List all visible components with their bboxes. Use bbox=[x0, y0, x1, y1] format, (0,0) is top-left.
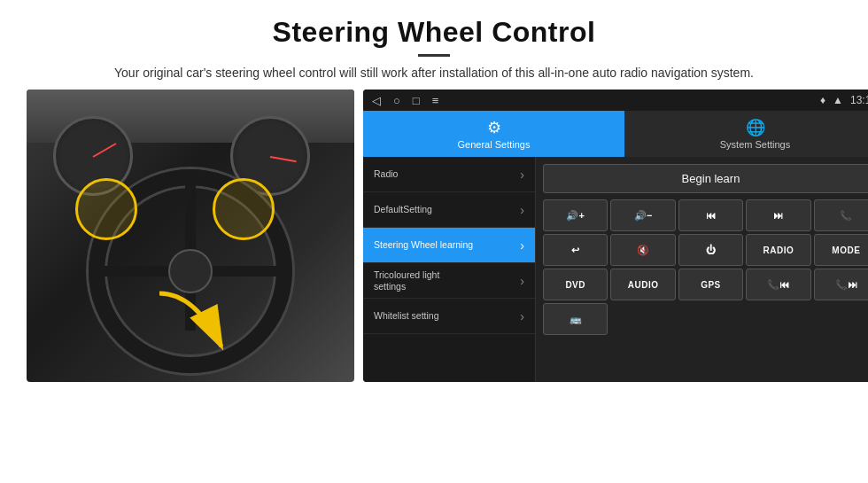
call-prev-button[interactable]: 📞⏮ bbox=[746, 269, 810, 300]
extra-button[interactable]: 🚌 bbox=[543, 303, 608, 335]
settings-tabs: ⚙ General Settings 🌐 System Settings bbox=[363, 111, 868, 157]
nav-back-icon: ◁ bbox=[372, 94, 381, 107]
highlight-circle-right bbox=[213, 178, 275, 240]
menu-arrow-radio: › bbox=[520, 167, 524, 182]
audio-button[interactable]: AUDIO bbox=[610, 269, 675, 300]
menu-item-default-setting[interactable]: DefaultSetting › bbox=[363, 192, 535, 228]
nav-menu-icon: ≡ bbox=[432, 94, 439, 107]
dvd-button[interactable]: DVD bbox=[543, 269, 608, 300]
next-track-icon: ⏭ bbox=[773, 210, 783, 221]
prev-track-button[interactable]: ⏮ bbox=[678, 199, 743, 231]
radio-button[interactable]: RADIO bbox=[746, 234, 810, 266]
status-right: ♦ ▲ 13:13 bbox=[820, 94, 868, 106]
gear-icon: ⚙ bbox=[487, 118, 501, 137]
extra-icon: 🚌 bbox=[570, 314, 582, 325]
menu-arrow-tricoloured: › bbox=[520, 274, 524, 288]
gauge-needle-right bbox=[270, 156, 297, 162]
radio-label: RADIO bbox=[763, 245, 794, 255]
menu-arrow-default: › bbox=[520, 203, 524, 217]
menu-item-whitelist[interactable]: Whitelist setting › bbox=[363, 299, 535, 334]
menu-item-whitelist-label: Whitelist setting bbox=[374, 310, 439, 322]
steering-wheel-background bbox=[27, 90, 354, 382]
button-grid-row1: 🔊+ 🔊− ⏮ ⏭ 📞 bbox=[543, 199, 868, 231]
nav-icons: ◁ ○ □ ≡ bbox=[372, 94, 438, 107]
steering-wheel-image bbox=[27, 90, 354, 382]
highlight-circle-left bbox=[75, 178, 137, 240]
power-button[interactable]: ⏻ bbox=[678, 234, 743, 266]
menu-item-radio[interactable]: Radio › bbox=[363, 157, 535, 192]
menu-item-tricoloured-label: Tricoloured lightsettings bbox=[374, 269, 439, 292]
header-description: Your original car's steering wheel contr… bbox=[53, 64, 815, 82]
call-next-button[interactable]: 📞⏭ bbox=[814, 269, 868, 300]
wifi-icon: ▲ bbox=[833, 94, 843, 106]
page-header: Steering Wheel Control Your original car… bbox=[0, 0, 868, 90]
arrow-indicator bbox=[151, 284, 239, 355]
main-content: ◁ ○ □ ≡ ♦ ▲ 13:13 ⚙ General Settings 🌐 S… bbox=[0, 90, 868, 382]
gauge-needle-left bbox=[93, 143, 117, 158]
tab-general-label: General Settings bbox=[458, 139, 531, 150]
status-bar: ◁ ○ □ ≡ ♦ ▲ 13:13 bbox=[363, 90, 868, 111]
vol-down-icon: 🔊− bbox=[634, 210, 652, 222]
call-prev-icon: 📞⏮ bbox=[767, 279, 789, 291]
vol-up-button[interactable]: 🔊+ bbox=[543, 199, 608, 231]
vol-up-icon: 🔊+ bbox=[566, 210, 584, 222]
menu-item-steering-label: Steering Wheel learning bbox=[374, 239, 473, 251]
call-icon: 📞 bbox=[840, 210, 852, 222]
prev-track-icon: ⏮ bbox=[706, 210, 716, 221]
call-answer-button[interactable]: 📞 bbox=[814, 199, 868, 231]
control-panel: Begin learn 🔊+ 🔊− ⏮ ⏭ bbox=[536, 157, 868, 382]
button-grid-row2: ↩ 🔇 ⏻ RADIO MODE bbox=[543, 234, 868, 266]
location-icon: ♦ bbox=[820, 94, 825, 106]
system-icon: 🌐 bbox=[746, 118, 765, 137]
button-grid-row3: DVD AUDIO GPS 📞⏮ 📞⏭ bbox=[543, 269, 868, 300]
settings-content: Radio › DefaultSetting › Steering Wheel … bbox=[363, 157, 868, 382]
menu-item-radio-label: Radio bbox=[374, 168, 398, 180]
device-screen: ◁ ○ □ ≡ ♦ ▲ 13:13 ⚙ General Settings 🌐 S… bbox=[363, 90, 868, 382]
page-title: Steering Wheel Control bbox=[53, 16, 815, 49]
vol-down-button[interactable]: 🔊− bbox=[610, 199, 675, 231]
call-next-icon: 📞⏭ bbox=[835, 279, 857, 291]
power-icon: ⏻ bbox=[706, 245, 716, 255]
header-divider bbox=[418, 54, 450, 57]
menu-item-default-label: DefaultSetting bbox=[374, 204, 432, 215]
mode-button[interactable]: MODE bbox=[814, 234, 868, 266]
mute-button[interactable]: 🔇 bbox=[610, 234, 675, 266]
next-track-button[interactable]: ⏭ bbox=[746, 199, 810, 231]
nav-home-icon: ○ bbox=[393, 94, 400, 107]
menu-item-tricoloured[interactable]: Tricoloured lightsettings › bbox=[363, 263, 535, 299]
menu-arrow-whitelist: › bbox=[520, 309, 524, 323]
begin-learn-row: Begin learn bbox=[543, 160, 868, 196]
audio-label: AUDIO bbox=[628, 280, 659, 290]
begin-learn-button[interactable]: Begin learn bbox=[543, 164, 868, 193]
nav-recents-icon: □ bbox=[413, 94, 420, 107]
button-grid-row4: 🚌 bbox=[543, 303, 868, 335]
tab-general-settings[interactable]: ⚙ General Settings bbox=[363, 111, 624, 157]
time-display: 13:13 bbox=[850, 94, 868, 106]
back-button[interactable]: ↩ bbox=[543, 234, 608, 266]
menu-list: Radio › DefaultSetting › Steering Wheel … bbox=[363, 157, 536, 382]
gps-label: GPS bbox=[701, 280, 721, 290]
mute-icon: 🔇 bbox=[637, 245, 649, 256]
gps-button[interactable]: GPS bbox=[678, 269, 743, 300]
tab-system-label: System Settings bbox=[720, 139, 790, 150]
mode-label: MODE bbox=[832, 245, 860, 255]
tab-system-settings[interactable]: 🌐 System Settings bbox=[624, 111, 868, 157]
menu-arrow-steering: › bbox=[520, 238, 524, 253]
menu-item-steering-wheel[interactable]: Steering Wheel learning › bbox=[363, 228, 535, 263]
dvd-label: DVD bbox=[565, 280, 585, 290]
back-icon: ↩ bbox=[571, 245, 579, 256]
